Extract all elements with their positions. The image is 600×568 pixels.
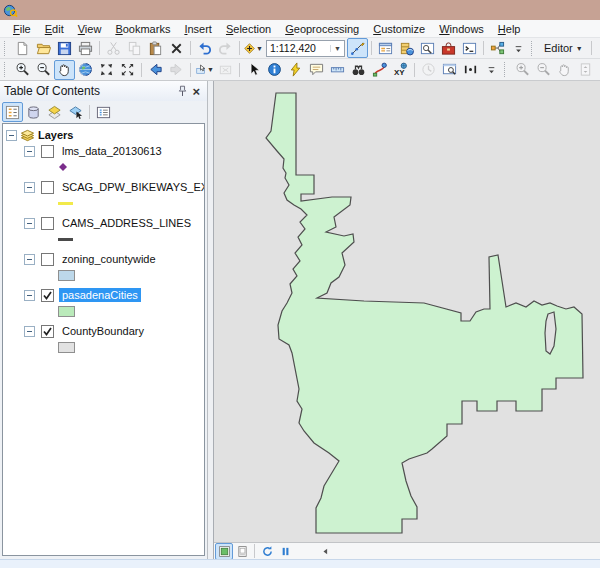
- zoom-out-tool[interactable]: [33, 60, 54, 80]
- standard-toolbar-handle[interactable]: [4, 41, 9, 56]
- scroll-left-button[interactable]: [316, 543, 334, 560]
- fill-symbol[interactable]: [58, 270, 75, 281]
- collapse-expander-icon[interactable]: [24, 182, 35, 193]
- full-extent-button[interactable]: [75, 60, 96, 80]
- layer-visibility-checkbox[interactable]: [41, 253, 54, 266]
- layout-toolbar-handle[interactable]: [504, 62, 509, 77]
- county-boundary-shape[interactable]: [266, 93, 583, 533]
- menu-geoprocessing[interactable]: Geoprocessing: [278, 22, 366, 36]
- tools-toolbar-handle[interactable]: [4, 62, 9, 77]
- find-tool[interactable]: [348, 60, 369, 80]
- editor-sketch-snapping-button[interactable]: [347, 38, 368, 58]
- identify-tool[interactable]: [264, 60, 285, 80]
- zoom-in-tool[interactable]: [12, 60, 33, 80]
- toc-root-layers[interactable]: Layers: [3, 127, 204, 143]
- new-map-file-button[interactable]: [12, 38, 33, 58]
- hyperlink-tool[interactable]: [285, 60, 306, 80]
- measure-tool[interactable]: [327, 60, 348, 80]
- menu-view[interactable]: View: [71, 22, 109, 36]
- pin-icon[interactable]: [176, 85, 189, 98]
- menu-file[interactable]: File: [6, 22, 38, 36]
- layout-view-button[interactable]: [233, 543, 251, 560]
- catalog-window-button[interactable]: [396, 38, 417, 58]
- layout-zoom-in-tool: [512, 60, 533, 80]
- layer-label[interactable]: CountyBoundary: [59, 324, 147, 338]
- modelbuilder-button[interactable]: [487, 38, 508, 58]
- layer-label[interactable]: SCAG_DPW_BIKEWAYS_EXISTING: [59, 180, 205, 194]
- menu-help[interactable]: Help: [491, 22, 528, 36]
- delete-button[interactable]: [166, 38, 187, 58]
- open-button[interactable]: [33, 38, 54, 58]
- layer-visibility-checkbox[interactable]: [41, 217, 54, 230]
- editor-menu-button[interactable]: Editor▼: [539, 42, 588, 54]
- close-icon[interactable]: ×: [189, 85, 203, 98]
- collapse-expander-icon[interactable]: [24, 290, 35, 301]
- list-by-source-button[interactable]: [23, 102, 44, 122]
- pause-drawing-button[interactable]: [276, 543, 294, 560]
- point-symbol[interactable]: [58, 162, 68, 172]
- table-of-contents-window-button[interactable]: [375, 38, 396, 58]
- html-popup-tool[interactable]: [306, 60, 327, 80]
- python-window-button[interactable]: [459, 38, 480, 58]
- list-by-visibility-button[interactable]: [44, 102, 65, 122]
- print-button[interactable]: [75, 38, 96, 58]
- layer-symbol-row: [3, 339, 204, 355]
- toc-layer-tree: Layerslms_data_20130613SCAG_DPW_BIKEWAYS…: [2, 123, 205, 556]
- tools-toolbar: ▼: [0, 59, 600, 81]
- search-window-button[interactable]: [417, 38, 438, 58]
- standard-overflow-button[interactable]: [508, 38, 529, 58]
- find-route-button[interactable]: [369, 60, 390, 80]
- editor-toolbar-handle[interactable]: [531, 41, 536, 56]
- toc-options-button[interactable]: [93, 102, 114, 122]
- status-bar: [0, 559, 600, 568]
- collapse-expander-icon[interactable]: [6, 130, 17, 141]
- tools-overflow-button[interactable]: [481, 60, 502, 80]
- select-elements-tool[interactable]: [243, 60, 264, 80]
- layer-visibility-checkbox[interactable]: [41, 181, 54, 194]
- collapse-expander-icon[interactable]: [24, 218, 35, 229]
- list-by-selection-button[interactable]: [65, 102, 86, 122]
- layer-label[interactable]: zoning_countywide: [59, 252, 159, 266]
- pan-tool[interactable]: [54, 60, 75, 80]
- layer-visibility-checkbox[interactable]: [41, 145, 54, 158]
- list-by-drawing-order-button[interactable]: [2, 102, 23, 122]
- fill-symbol[interactable]: [58, 306, 75, 317]
- add-data-button[interactable]: ▼: [243, 38, 264, 58]
- fixed-zoom-out-button[interactable]: [117, 60, 138, 80]
- layer-label[interactable]: pasadenaCities: [59, 288, 141, 302]
- line-symbol[interactable]: [58, 202, 73, 205]
- layer-label[interactable]: CAMS_ADDRESS_LINES: [59, 216, 194, 230]
- collapse-expander-icon[interactable]: [24, 326, 35, 337]
- save-button[interactable]: [54, 38, 75, 58]
- menu-customize[interactable]: Customize: [366, 22, 432, 36]
- map-canvas[interactable]: [214, 81, 600, 543]
- separator: [141, 63, 142, 77]
- layer-visibility-checkbox[interactable]: [41, 289, 54, 302]
- data-view-button[interactable]: [215, 543, 233, 560]
- go-back-extent-button[interactable]: [145, 60, 166, 80]
- arctoolbox-window-button[interactable]: [438, 38, 459, 58]
- collapse-expander-icon[interactable]: [24, 146, 35, 157]
- distance-measure-button[interactable]: [460, 60, 481, 80]
- create-viewer-window-button[interactable]: [439, 60, 460, 80]
- menu-insert[interactable]: Insert: [177, 22, 219, 36]
- paste-button[interactable]: [145, 38, 166, 58]
- fixed-zoom-in-button[interactable]: [96, 60, 117, 80]
- toc-panel-title: Table Of Contents: [4, 84, 176, 98]
- menu-windows[interactable]: Windows: [432, 22, 491, 36]
- layer-visibility-checkbox[interactable]: [41, 325, 54, 338]
- map-scale-combo[interactable]: 1:112,420▼: [266, 40, 345, 57]
- layer-label[interactable]: lms_data_20130613: [59, 144, 165, 158]
- refresh-view-button[interactable]: [258, 543, 276, 560]
- menu-selection[interactable]: Selection: [219, 22, 278, 36]
- menu-bookmarks[interactable]: Bookmarks: [108, 22, 177, 36]
- go-to-xy-button[interactable]: [390, 60, 411, 80]
- select-features-tool[interactable]: ▼: [194, 60, 215, 80]
- fill-symbol[interactable]: [58, 342, 75, 353]
- line-symbol[interactable]: [58, 238, 73, 241]
- menu-edit[interactable]: Edit: [38, 22, 71, 36]
- undo-button[interactable]: [194, 38, 215, 58]
- layout-pan-tool: [554, 60, 575, 80]
- collapse-expander-icon[interactable]: [24, 254, 35, 265]
- separator: [190, 63, 191, 77]
